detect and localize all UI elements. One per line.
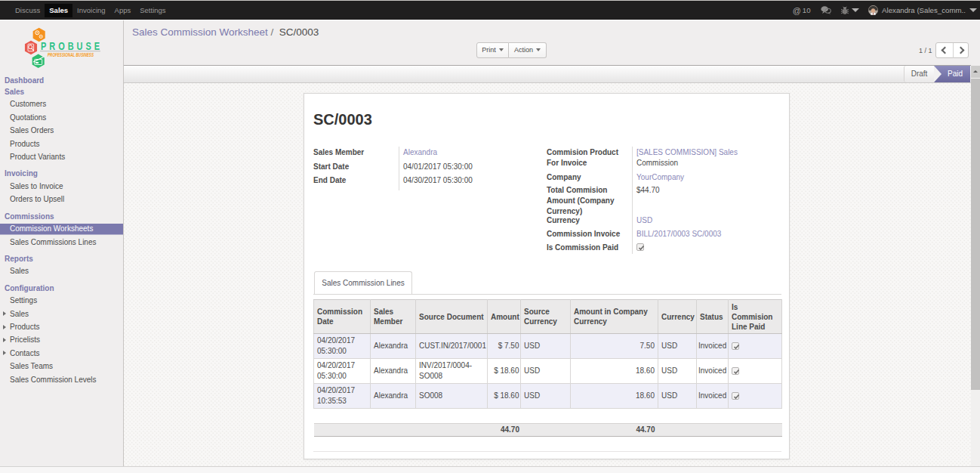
svg-text:PROBUSE: PROBUSE	[41, 40, 100, 53]
svg-text:PROFESSIONAL BUSINESS: PROFESSIONAL BUSINESS	[48, 52, 94, 57]
